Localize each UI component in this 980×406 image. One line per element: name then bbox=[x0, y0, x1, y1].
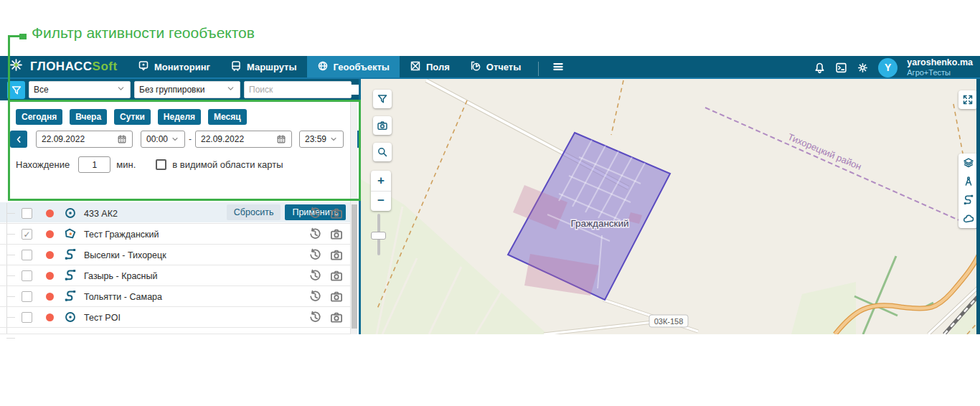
camera-icon[interactable] bbox=[329, 290, 344, 303]
geoobject-name[interactable]: Газырь - Красный bbox=[84, 271, 157, 281]
tab-label: Маршруты bbox=[247, 62, 297, 72]
map-canvas[interactable]: Тихорецкий район Гражданский bbox=[361, 79, 980, 334]
camera-icon[interactable] bbox=[329, 269, 344, 283]
quick-range-button[interactable]: Вчера bbox=[70, 109, 107, 125]
row-checkbox[interactable]: ✓ bbox=[22, 229, 32, 240]
history-icon[interactable] bbox=[308, 248, 322, 262]
history-icon[interactable] bbox=[308, 290, 322, 303]
geoobject-type-icon bbox=[64, 227, 77, 240]
geoobject-name[interactable]: Тест POI bbox=[84, 313, 121, 323]
geoobject-name[interactable]: Тест Гражданский bbox=[84, 230, 159, 240]
map-camera-button[interactable] bbox=[373, 116, 392, 135]
map-search-button[interactable] bbox=[373, 143, 392, 161]
geoobject-type-icon bbox=[64, 207, 77, 219]
calendar-icon[interactable] bbox=[117, 134, 127, 144]
row-checkbox[interactable] bbox=[22, 291, 32, 302]
time-to-value: 23:59 bbox=[305, 134, 329, 144]
date-to-field[interactable]: 22.09.2022 bbox=[195, 131, 292, 148]
camera-icon[interactable] bbox=[329, 207, 344, 220]
measure-icon[interactable] bbox=[958, 172, 978, 191]
status-dot bbox=[46, 272, 54, 280]
map-filter-button[interactable] bbox=[373, 90, 392, 108]
geoobject-name[interactable]: Тольятти - Самара bbox=[84, 292, 162, 302]
field-area bbox=[791, 282, 856, 334]
map-container[interactable]: Тихорецкий район Гражданский bbox=[359, 79, 980, 334]
zoom-in-button[interactable]: + bbox=[371, 171, 391, 192]
tab-5[interactable]: Отчеты bbox=[460, 56, 532, 77]
route-ab-icon[interactable] bbox=[958, 191, 978, 209]
fullscreen-button[interactable] bbox=[958, 90, 977, 109]
camera-icon[interactable] bbox=[329, 248, 344, 262]
geoobject-row[interactable]: 433 АК2 bbox=[0, 203, 350, 224]
time-to-select[interactable]: 23:59 bbox=[299, 131, 344, 148]
panel-filter-bar: Все Без группировки bbox=[0, 79, 359, 100]
snowflake-logo-icon bbox=[10, 59, 26, 75]
calendar-icon[interactable] bbox=[276, 134, 286, 144]
tab-3[interactable]: Геообъекты bbox=[307, 56, 400, 77]
zoom-out-button[interactable]: − bbox=[371, 192, 391, 212]
user-info[interactable]: yaroshenko.ma Агро+Тесты bbox=[907, 57, 973, 77]
geoobject-row[interactable]: Выселки - Тихорецк bbox=[0, 245, 350, 265]
geoobject-name[interactable]: Выселки - Тихорецк bbox=[84, 250, 166, 260]
geoobject-row[interactable]: Тольятти - Самара bbox=[0, 286, 350, 307]
history-icon[interactable] bbox=[308, 269, 322, 283]
gear-icon[interactable] bbox=[857, 62, 869, 74]
grouping-select-value: Без группировки bbox=[139, 85, 226, 95]
layers-icon[interactable] bbox=[958, 154, 978, 172]
quick-range-button[interactable]: Сегодня bbox=[16, 109, 62, 125]
tree-rows bbox=[854, 256, 933, 334]
camera-icon[interactable] bbox=[329, 227, 344, 241]
search-input[interactable] bbox=[249, 85, 360, 95]
geoobject-row[interactable]: ✓ Тест Гражданский bbox=[0, 224, 350, 245]
bell-icon[interactable] bbox=[814, 62, 826, 74]
row-checkbox[interactable] bbox=[22, 270, 32, 281]
row-checkbox[interactable] bbox=[22, 312, 32, 323]
tab-4[interactable]: Поля bbox=[400, 56, 460, 77]
visible-area-checkbox[interactable] bbox=[156, 159, 166, 170]
tab-icon bbox=[138, 60, 149, 74]
status-dot bbox=[46, 293, 54, 301]
tab-icon bbox=[410, 60, 421, 74]
presence-unit: мин. bbox=[116, 159, 136, 170]
avatar[interactable]: Y bbox=[878, 58, 897, 77]
scrollbar-thumb[interactable] bbox=[352, 204, 357, 329]
camera-icon[interactable] bbox=[329, 311, 344, 324]
date-from-field[interactable]: 22.09.2022 bbox=[36, 131, 133, 148]
search-box bbox=[244, 81, 352, 98]
date-to-value: 22.09.2022 bbox=[201, 134, 276, 144]
time-from-select[interactable]: 00:00 bbox=[141, 131, 185, 148]
terminal-icon[interactable] bbox=[835, 62, 847, 74]
geoobject-type-icon bbox=[64, 311, 77, 324]
opacity-slider-handle[interactable] bbox=[371, 232, 386, 240]
row-checkbox[interactable] bbox=[22, 250, 32, 260]
history-icon[interactable] bbox=[308, 207, 322, 220]
logo-text-soft: Soft bbox=[93, 60, 118, 73]
weather-icon[interactable] bbox=[958, 209, 978, 228]
quick-range-button[interactable]: Сутки bbox=[114, 109, 151, 125]
annotation-title: Фильтр активности геообъектов bbox=[32, 24, 255, 42]
status-dot bbox=[46, 251, 54, 259]
grouping-select[interactable]: Без группировки bbox=[134, 81, 240, 98]
previous-period-button[interactable] bbox=[10, 131, 27, 148]
history-icon[interactable] bbox=[308, 227, 322, 241]
geoobject-name[interactable]: 433 АК2 bbox=[84, 209, 118, 219]
type-select[interactable]: Все bbox=[29, 81, 131, 98]
tab-1[interactable]: Мониторинг bbox=[128, 56, 220, 77]
geoobject-row[interactable]: Тест POI bbox=[0, 307, 350, 328]
nav-divider bbox=[538, 62, 539, 76]
status-dot bbox=[46, 230, 54, 238]
brand-logo[interactable]: ГЛОНАССSoft bbox=[0, 59, 128, 75]
district-boundary bbox=[705, 108, 980, 230]
geoobjects-list: 433 АК2 ✓ Тест Гражданский Выселки - Тих… bbox=[0, 203, 350, 334]
quick-range-button[interactable]: Месяц bbox=[208, 109, 247, 125]
tab-2[interactable]: Маршруты bbox=[220, 56, 307, 77]
collapsed-right-sidebar[interactable] bbox=[976, 79, 980, 334]
list-scrollbar[interactable] bbox=[350, 100, 357, 334]
quick-range-button[interactable]: Неделя bbox=[158, 109, 201, 125]
row-checkbox[interactable] bbox=[22, 208, 32, 219]
history-icon[interactable] bbox=[308, 311, 322, 324]
geoobject-row[interactable]: Газырь - Красный bbox=[0, 265, 350, 286]
hamburger-menu-button[interactable] bbox=[546, 60, 570, 73]
geoobject-type-icon bbox=[64, 248, 77, 261]
presence-minutes-input[interactable] bbox=[78, 156, 110, 173]
